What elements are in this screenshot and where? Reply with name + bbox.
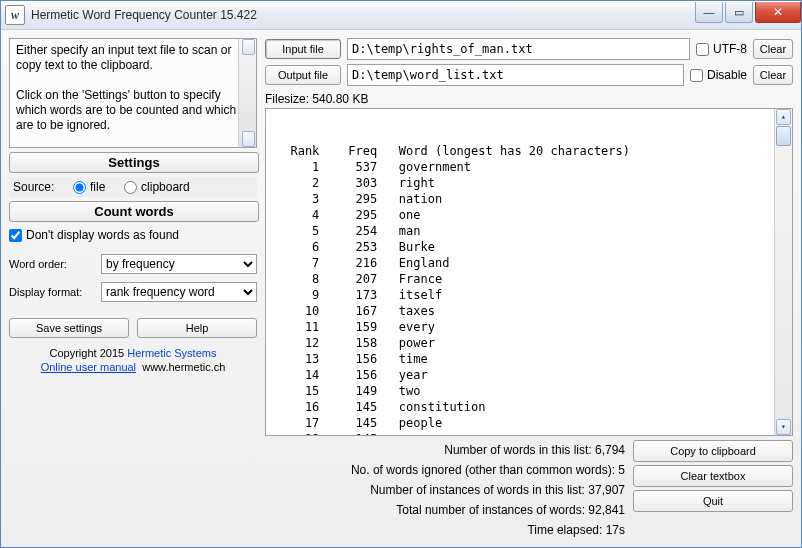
source-clipboard-radio[interactable]: clipboard xyxy=(124,180,190,194)
display-format-label: Display format: xyxy=(9,286,95,298)
help-button[interactable]: Help xyxy=(137,318,257,338)
word-order-label: Word order: xyxy=(9,258,95,270)
minimize-button[interactable]: — xyxy=(695,2,723,23)
quit-button[interactable]: Quit xyxy=(633,490,793,512)
copy-clipboard-button[interactable]: Copy to clipboard xyxy=(633,440,793,462)
source-file-radio-input[interactable] xyxy=(73,181,86,194)
source-label: Source: xyxy=(13,180,54,194)
action-buttons: Copy to clipboard Clear textbox Quit xyxy=(633,440,793,540)
scroll-up-icon[interactable]: ▴ xyxy=(776,109,791,125)
info-text-2: Click on the 'Settings' button to specif… xyxy=(16,88,236,132)
save-settings-button[interactable]: Save settings xyxy=(9,318,129,338)
window-body: Either specify an input text file to sca… xyxy=(1,30,801,544)
company-link[interactable]: Hermetic Systems xyxy=(127,347,216,359)
bottom-buttons: Save settings Help xyxy=(9,318,257,338)
output-textbox[interactable]: Rank Freq Word (longest has 20 character… xyxy=(265,108,793,436)
disable-checkbox[interactable]: Disable xyxy=(690,68,747,82)
utf8-checkbox[interactable]: UTF-8 xyxy=(696,42,747,56)
input-file-button[interactable]: Input file xyxy=(265,39,341,59)
stat-word-count: Number of words in this list: 6,794 xyxy=(265,440,625,460)
output-content: Rank Freq Word (longest has 20 character… xyxy=(266,137,792,436)
dont-display-checkbox-input[interactable] xyxy=(9,229,22,242)
output-path-field[interactable] xyxy=(347,64,684,86)
left-column: Either specify an input text file to sca… xyxy=(9,38,257,540)
titlebar[interactable]: w Hermetic Word Frequency Counter 15.422… xyxy=(1,1,801,30)
right-column: Input file UTF-8 Clear Output file Disab… xyxy=(265,38,793,540)
source-panel: Source: file clipboard xyxy=(9,177,257,197)
stat-ignored: No. of words ignored (other than common … xyxy=(265,460,625,480)
app-icon: w xyxy=(5,5,25,25)
word-order-row: Word order: by frequency xyxy=(9,254,257,274)
source-file-radio[interactable]: file xyxy=(73,180,105,194)
input-path-field[interactable] xyxy=(347,38,690,60)
info-scrollbar[interactable] xyxy=(238,39,256,147)
dont-display-checkbox[interactable]: Don't display words as found xyxy=(9,226,257,244)
site-text: www.hermetic.ch xyxy=(142,361,225,373)
word-order-select[interactable]: by frequency xyxy=(101,254,257,274)
output-file-button[interactable]: Output file xyxy=(265,65,341,85)
stats-row: Number of words in this list: 6,794 No. … xyxy=(265,440,793,540)
count-words-button[interactable]: Count words xyxy=(9,201,259,222)
info-text-1: Either specify an input text file to sca… xyxy=(16,43,231,72)
clear-input-button[interactable]: Clear xyxy=(753,39,793,59)
stat-instances-list: Number of instances of words in this lis… xyxy=(265,480,625,500)
app-window: w Hermetic Word Frequency Counter 15.422… xyxy=(0,0,802,548)
clear-textbox-button[interactable]: Clear textbox xyxy=(633,465,793,487)
stat-instances-total: Total number of instances of words: 92,8… xyxy=(265,500,625,520)
source-clipboard-radio-input[interactable] xyxy=(124,181,137,194)
filesize-label: Filesize: 540.80 KB xyxy=(265,92,793,106)
scroll-down-icon[interactable]: ▾ xyxy=(776,419,791,435)
output-scrollbar[interactable]: ▴ ▾ xyxy=(774,109,792,435)
clear-output-button[interactable]: Clear xyxy=(753,65,793,85)
stat-elapsed: Time elapsed: 17s xyxy=(265,520,625,540)
close-button[interactable]: ✕ xyxy=(755,2,801,23)
manual-link[interactable]: Online user manual xyxy=(41,361,136,373)
maximize-button[interactable]: ▭ xyxy=(725,2,753,23)
stats-labels: Number of words in this list: 6,794 No. … xyxy=(265,440,625,540)
scroll-thumb[interactable] xyxy=(776,126,791,146)
left-footer: Copyright 2015 Hermetic Systems Online u… xyxy=(9,346,257,374)
info-textbox[interactable]: Either specify an input text file to sca… xyxy=(9,38,257,148)
window-title: Hermetic Word Frequency Counter 15.422 xyxy=(31,8,693,22)
settings-button[interactable]: Settings xyxy=(9,152,259,173)
display-format-row: Display format: rank frequency word xyxy=(9,282,257,302)
display-format-select[interactable]: rank frequency word xyxy=(101,282,257,302)
